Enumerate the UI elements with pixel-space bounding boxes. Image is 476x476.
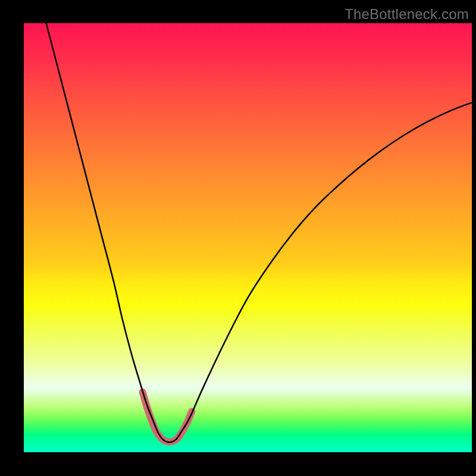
bottleneck-curve-path	[46, 23, 472, 442]
chart-container: TheBottleneck.com	[0, 0, 476, 476]
highlight-valley-path	[143, 392, 192, 442]
chart-svg	[24, 23, 472, 452]
plot-area	[24, 23, 472, 452]
attribution-text: TheBottleneck.com	[345, 6, 469, 23]
